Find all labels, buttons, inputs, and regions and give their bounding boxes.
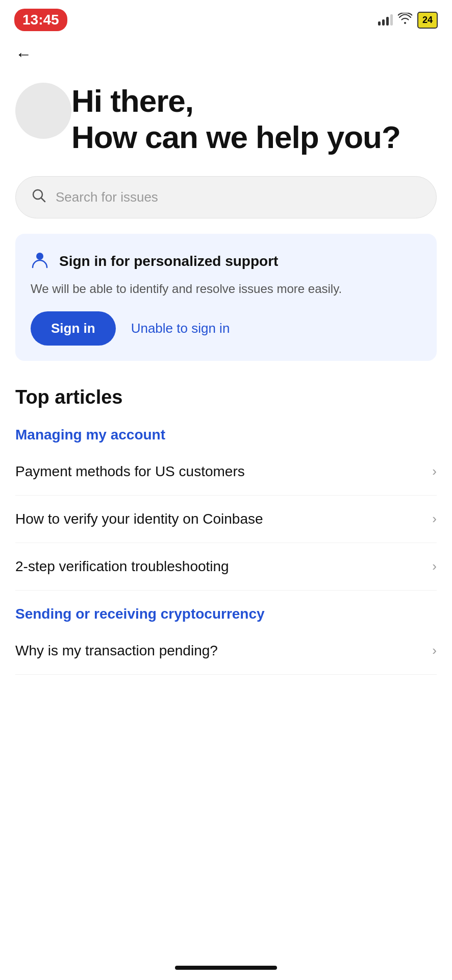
hero-text: Hi there, How can we help you? xyxy=(71,83,432,156)
signin-card-header: Sign in for personalized support xyxy=(31,250,421,273)
chevron-right-icon: › xyxy=(432,511,437,527)
article-item-verify-identity[interactable]: How to verify your identity on Coinbase … xyxy=(15,496,437,543)
back-arrow-icon: ← xyxy=(15,45,32,63)
search-input[interactable]: Search for issues xyxy=(56,189,421,205)
signin-card: Sign in for personalized support We will… xyxy=(15,234,437,361)
category-title-2: Sending or receiving cryptocurrency xyxy=(15,606,437,622)
article-text: 2-step verification troubleshooting xyxy=(15,558,432,575)
svg-line-1 xyxy=(41,198,45,202)
article-text: Payment methods for US customers xyxy=(15,463,432,480)
hero-section: Hi there, How can we help you? xyxy=(0,72,452,171)
search-icon xyxy=(31,188,46,207)
battery-indicator: 24 xyxy=(417,12,438,29)
person-icon xyxy=(31,250,49,273)
hero-title: Hi there, How can we help you? xyxy=(71,83,432,156)
articles-section: Top articles Managing my account Payment… xyxy=(0,381,452,695)
article-item-payment-methods[interactable]: Payment methods for US customers › xyxy=(15,448,437,496)
home-indicator xyxy=(175,966,277,970)
signal-icon xyxy=(378,14,393,26)
category-group-1: Managing my account Payment methods for … xyxy=(15,427,437,591)
category-group-2: Sending or receiving cryptocurrency Why … xyxy=(15,606,437,675)
search-bar[interactable]: Search for issues xyxy=(15,176,437,218)
chevron-right-icon: › xyxy=(432,463,437,479)
chevron-right-icon: › xyxy=(432,558,437,574)
wifi-icon xyxy=(398,13,412,27)
signin-button[interactable]: Sign in xyxy=(31,311,116,346)
search-container[interactable]: Search for issues xyxy=(15,176,437,218)
category-title-1: Managing my account xyxy=(15,427,437,443)
article-item-transaction-pending[interactable]: Why is my transaction pending? › xyxy=(15,627,437,675)
articles-section-title: Top articles xyxy=(15,386,437,408)
article-item-2step-verification[interactable]: 2-step verification troubleshooting › xyxy=(15,543,437,591)
unable-to-signin-link[interactable]: Unable to sign in xyxy=(131,321,230,336)
back-button[interactable]: ← xyxy=(0,36,452,72)
article-text: How to verify your identity on Coinbase xyxy=(15,511,432,527)
status-icons: 24 xyxy=(378,12,438,29)
status-bar: 13:45 24 xyxy=(0,0,452,36)
article-text: Why is my transaction pending? xyxy=(15,643,432,659)
signin-actions: Sign in Unable to sign in xyxy=(31,311,421,346)
chevron-right-icon: › xyxy=(432,643,437,658)
signin-card-description: We will be able to identify and resolve … xyxy=(31,280,421,298)
signin-card-title: Sign in for personalized support xyxy=(59,253,278,270)
avatar xyxy=(15,83,71,139)
status-time: 13:45 xyxy=(14,9,67,31)
svg-point-2 xyxy=(36,253,43,260)
